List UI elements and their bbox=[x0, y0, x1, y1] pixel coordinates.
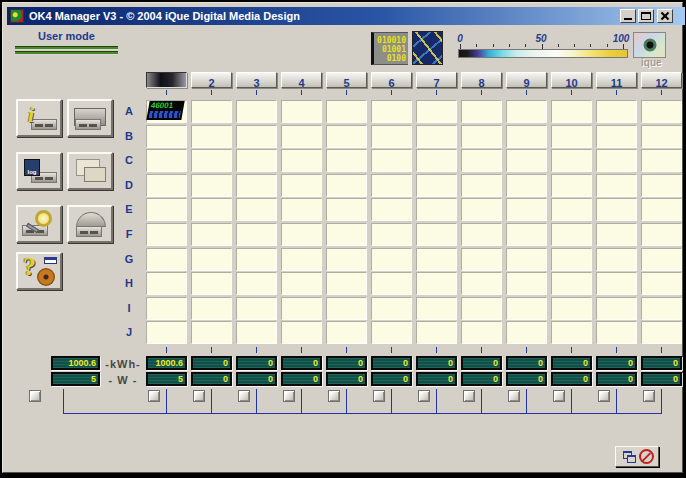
grid-cell-D11[interactable] bbox=[596, 174, 637, 197]
grid-cell-C8[interactable] bbox=[461, 149, 502, 172]
grid-cell-D6[interactable] bbox=[371, 174, 412, 197]
column-header-10[interactable]: 10 bbox=[551, 72, 592, 88]
meter-checkbox-9[interactable] bbox=[508, 390, 520, 402]
column-header-7[interactable]: 7 bbox=[416, 72, 457, 88]
grid-cell-J11[interactable] bbox=[596, 321, 637, 344]
grid-cell-C3[interactable] bbox=[236, 149, 277, 172]
grid-cell-I8[interactable] bbox=[461, 297, 502, 320]
column-header-2[interactable]: 2 bbox=[191, 72, 232, 88]
search-button[interactable] bbox=[16, 205, 62, 243]
grid-cell-H10[interactable] bbox=[551, 272, 592, 295]
grid-cell-I3[interactable] bbox=[236, 297, 277, 320]
grid-cell-B2[interactable] bbox=[191, 125, 232, 148]
grid-cell-H5[interactable] bbox=[326, 272, 367, 295]
grid-cell-A11[interactable] bbox=[596, 100, 637, 123]
grid-cell-E11[interactable] bbox=[596, 198, 637, 221]
grid-cell-C11[interactable] bbox=[596, 149, 637, 172]
grid-cell-I10[interactable] bbox=[551, 297, 592, 320]
grid-cell-D8[interactable] bbox=[461, 174, 502, 197]
grid-cell-J9[interactable] bbox=[506, 321, 547, 344]
meter-checkbox-2[interactable] bbox=[193, 390, 205, 402]
meter-checkbox-12[interactable] bbox=[643, 390, 655, 402]
grid-cell-E4[interactable] bbox=[281, 198, 322, 221]
grid-cell-I4[interactable] bbox=[281, 297, 322, 320]
grid-cell-B8[interactable] bbox=[461, 125, 502, 148]
hardware-button[interactable] bbox=[67, 99, 113, 137]
grid-cell-E5[interactable] bbox=[326, 198, 367, 221]
grid-cell-B12[interactable] bbox=[641, 125, 682, 148]
summary-checkbox[interactable] bbox=[29, 390, 41, 402]
grid-cell-H7[interactable] bbox=[416, 272, 457, 295]
grid-cell-G6[interactable] bbox=[371, 248, 412, 271]
grid-cell-I5[interactable] bbox=[326, 297, 367, 320]
grid-cell-E3[interactable] bbox=[236, 198, 277, 221]
grid-cell-D12[interactable] bbox=[641, 174, 682, 197]
grid-cell-C9[interactable] bbox=[506, 149, 547, 172]
grid-cell-I9[interactable] bbox=[506, 297, 547, 320]
grid-cell-C12[interactable] bbox=[641, 149, 682, 172]
grid-cell-B3[interactable] bbox=[236, 125, 277, 148]
layers-button[interactable] bbox=[67, 152, 113, 190]
grid-cell-J10[interactable] bbox=[551, 321, 592, 344]
meter-checkbox-5[interactable] bbox=[328, 390, 340, 402]
grid-cell-D7[interactable] bbox=[416, 174, 457, 197]
grid-cell-I1[interactable] bbox=[146, 297, 187, 320]
grid-cell-G7[interactable] bbox=[416, 248, 457, 271]
grid-cell-F10[interactable] bbox=[551, 223, 592, 246]
grid-cell-C7[interactable] bbox=[416, 149, 457, 172]
grid-cell-D2[interactable] bbox=[191, 174, 232, 197]
grid-cell-J4[interactable] bbox=[281, 321, 322, 344]
grid-cell-G11[interactable] bbox=[596, 248, 637, 271]
grid-cell-G2[interactable] bbox=[191, 248, 232, 271]
grid-cell-J3[interactable] bbox=[236, 321, 277, 344]
grid-cell-E12[interactable] bbox=[641, 198, 682, 221]
grid-cell-H8[interactable] bbox=[461, 272, 502, 295]
gauge-button[interactable] bbox=[67, 205, 113, 243]
meter-checkbox-6[interactable] bbox=[373, 390, 385, 402]
device-icon-46001[interactable]: 46001 bbox=[146, 101, 184, 120]
grid-cell-I12[interactable] bbox=[641, 297, 682, 320]
grid-cell-F1[interactable] bbox=[146, 223, 187, 246]
grid-cell-B7[interactable] bbox=[416, 125, 457, 148]
meter-checkbox-7[interactable] bbox=[418, 390, 430, 402]
column-header-8[interactable]: 8 bbox=[461, 72, 502, 88]
grid-cell-F5[interactable] bbox=[326, 223, 367, 246]
maximize-button[interactable] bbox=[638, 9, 654, 23]
grid-cell-E2[interactable] bbox=[191, 198, 232, 221]
column-header-5[interactable]: 5 bbox=[326, 72, 367, 88]
grid-cell-B1[interactable] bbox=[146, 125, 187, 148]
grid-cell-B4[interactable] bbox=[281, 125, 322, 148]
grid-cell-A2[interactable] bbox=[191, 100, 232, 123]
grid-cell-F7[interactable] bbox=[416, 223, 457, 246]
grid-cell-H9[interactable] bbox=[506, 272, 547, 295]
grid-cell-F4[interactable] bbox=[281, 223, 322, 246]
grid-cell-J8[interactable] bbox=[461, 321, 502, 344]
grid-cell-C10[interactable] bbox=[551, 149, 592, 172]
grid-cell-G4[interactable] bbox=[281, 248, 322, 271]
grid-cell-A12[interactable] bbox=[641, 100, 682, 123]
grid-cell-C4[interactable] bbox=[281, 149, 322, 172]
grid-cell-I6[interactable] bbox=[371, 297, 412, 320]
grid-cell-H12[interactable] bbox=[641, 272, 682, 295]
grid-cell-C2[interactable] bbox=[191, 149, 232, 172]
grid-cell-E6[interactable] bbox=[371, 198, 412, 221]
grid-cell-G3[interactable] bbox=[236, 248, 277, 271]
info-button[interactable]: i bbox=[16, 99, 62, 137]
grid-cell-J2[interactable] bbox=[191, 321, 232, 344]
grid-cell-B5[interactable] bbox=[326, 125, 367, 148]
grid-cell-G9[interactable] bbox=[506, 248, 547, 271]
exit-button[interactable] bbox=[615, 446, 659, 467]
grid-cell-J1[interactable] bbox=[146, 321, 187, 344]
grid-cell-I11[interactable] bbox=[596, 297, 637, 320]
grid-cell-H2[interactable] bbox=[191, 272, 232, 295]
grid-cell-G8[interactable] bbox=[461, 248, 502, 271]
grid-cell-E10[interactable] bbox=[551, 198, 592, 221]
meter-checkbox-4[interactable] bbox=[283, 390, 295, 402]
meter-checkbox-8[interactable] bbox=[463, 390, 475, 402]
grid-cell-I7[interactable] bbox=[416, 297, 457, 320]
grid-cell-J12[interactable] bbox=[641, 321, 682, 344]
grid-cell-B6[interactable] bbox=[371, 125, 412, 148]
grid-cell-H6[interactable] bbox=[371, 272, 412, 295]
grid-cell-J7[interactable] bbox=[416, 321, 457, 344]
column-header-1[interactable]: 1 bbox=[146, 72, 187, 88]
